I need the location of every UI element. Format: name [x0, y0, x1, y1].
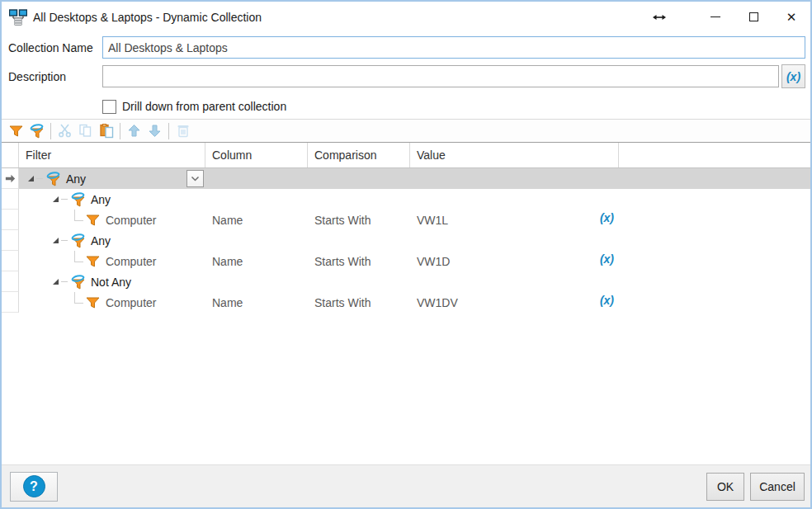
collection-name-input[interactable]	[102, 36, 805, 59]
trash-icon	[177, 124, 190, 138]
condition-column[interactable]: Name	[205, 251, 308, 271]
filter-group-row[interactable]: Any	[2, 230, 810, 251]
add-filter-button[interactable]	[6, 121, 26, 141]
arrow-down-icon	[148, 124, 162, 138]
condition-comparison[interactable]: Starts With	[308, 251, 410, 271]
filter-condition-row[interactable]: Computer Name Starts With VW1DV (x)	[2, 292, 810, 313]
filter-group-row[interactable]: Any	[2, 168, 810, 189]
expression-button[interactable]: (x)	[600, 294, 614, 307]
filter-toolbar	[2, 119, 810, 143]
expression-button[interactable]: (x)	[600, 211, 614, 224]
current-row-arrow-icon	[4, 172, 17, 185]
help-button[interactable]: ?	[10, 472, 58, 502]
row-indicator-cell[interactable]	[2, 251, 19, 271]
expression-button[interactable]: (x)	[600, 252, 614, 266]
condition-value-text: VW1DV	[417, 296, 458, 309]
minimize-button[interactable]	[696, 2, 734, 32]
column-header-comparison[interactable]: Comparison	[308, 143, 410, 167]
filter-group-icon	[70, 192, 86, 207]
filter-group-icon	[70, 275, 86, 290]
condition-object-label: Computer	[106, 296, 156, 309]
row-indicator-cell[interactable]	[2, 271, 19, 292]
filter-icon	[85, 213, 101, 228]
copy-icon	[78, 124, 92, 138]
move-up-button[interactable]	[124, 121, 144, 141]
description-expression-button[interactable]: (x)	[781, 64, 805, 88]
filter-group-icon	[70, 233, 86, 248]
grid-header-row: Filter Column Comparison Value	[2, 143, 810, 168]
cut-button[interactable]	[54, 121, 75, 141]
row-indicator-cell[interactable]	[2, 230, 19, 251]
row-indicator-cell[interactable]	[2, 168, 19, 189]
column-header-column[interactable]: Column	[205, 143, 308, 167]
header-gutter-cell	[2, 143, 19, 167]
maximize-button[interactable]	[734, 2, 772, 32]
condition-value-text: VW1L	[417, 214, 448, 227]
condition-value-text: VW1D	[417, 255, 450, 268]
row-indicator-cell[interactable]	[2, 189, 19, 210]
window-title: All Desktops & Laptops - Dynamic Collect…	[33, 11, 262, 24]
condition-value[interactable]: VW1L (x)	[410, 210, 619, 230]
maximize-icon	[749, 12, 758, 21]
tree-connector	[74, 210, 83, 221]
column-header-filter[interactable]: Filter	[19, 143, 205, 167]
collection-name-label: Collection Name	[8, 41, 102, 54]
footer-bar: ? OK Cancel	[2, 464, 810, 507]
filter-condition-row[interactable]: Computer Name Starts With VW1D (x)	[2, 251, 810, 271]
title-bar: All Desktops & Laptops - Dynamic Collect…	[2, 2, 810, 32]
filter-group-row[interactable]: Not Any	[2, 271, 810, 292]
drill-down-label: Drill down from parent collection	[122, 100, 286, 113]
minimize-icon	[710, 16, 720, 17]
filter-icon	[8, 124, 24, 139]
tree-expander-icon[interactable]	[53, 238, 59, 243]
close-icon: ✕	[786, 11, 797, 23]
condition-object-label: Computer	[106, 255, 156, 268]
form-area: Collection Name Description (x) Drill do…	[2, 32, 810, 119]
filter-group-icon	[45, 172, 61, 186]
toolbar-separator	[168, 123, 169, 139]
filter-group-row[interactable]: Any	[2, 189, 810, 210]
column-header-empty	[619, 143, 810, 167]
column-header-value[interactable]: Value	[410, 143, 619, 167]
paste-button[interactable]	[96, 121, 116, 141]
condition-comparison[interactable]: Starts With	[308, 292, 410, 313]
filter-grid: Filter Column Comparison Value Any	[2, 143, 810, 464]
filter-condition-row[interactable]: Computer Name Starts With VW1L (x)	[2, 210, 810, 230]
toolbar-separator	[50, 123, 51, 139]
copy-button[interactable]	[75, 121, 96, 141]
toolbar-separator	[120, 123, 120, 139]
condition-column[interactable]: Name	[205, 210, 308, 230]
tree-expander-icon[interactable]	[28, 176, 34, 181]
scissors-icon	[58, 124, 72, 138]
group-operator-label: Any	[66, 172, 86, 186]
condition-value[interactable]: VW1DV (x)	[410, 292, 619, 313]
close-button[interactable]: ✕	[772, 2, 810, 32]
condition-object-label: Computer	[106, 214, 156, 227]
drill-down-checkbox[interactable]	[102, 100, 116, 114]
row-indicator-cell[interactable]	[2, 210, 19, 230]
dialog-window: All Desktops & Laptops - Dynamic Collect…	[0, 0, 812, 509]
condition-comparison[interactable]: Starts With	[308, 210, 410, 230]
group-operator-label: Not Any	[91, 276, 131, 289]
help-icon: ?	[23, 475, 45, 497]
filter-icon	[85, 254, 101, 269]
paste-icon	[99, 124, 114, 139]
condition-value[interactable]: VW1D (x)	[410, 251, 619, 271]
move-down-button[interactable]	[144, 121, 165, 141]
filter-icon	[85, 295, 101, 310]
cancel-button[interactable]: Cancel	[750, 473, 805, 501]
resize-arrows-icon[interactable]	[622, 2, 696, 32]
group-operator-label: Any	[91, 234, 111, 247]
row-indicator-cell[interactable]	[2, 292, 19, 313]
tree-expander-icon[interactable]	[53, 279, 59, 285]
condition-column[interactable]: Name	[205, 292, 308, 313]
tree-expander-icon[interactable]	[53, 196, 59, 202]
arrow-up-icon	[127, 124, 141, 138]
group-operator-dropdown[interactable]	[186, 170, 204, 187]
add-filter-group-button[interactable]	[26, 121, 47, 141]
ok-button[interactable]: OK	[706, 473, 744, 501]
delete-button[interactable]	[172, 121, 193, 141]
description-input[interactable]	[102, 65, 779, 87]
filter-group-icon	[29, 124, 45, 139]
group-operator-label: Any	[91, 193, 111, 206]
